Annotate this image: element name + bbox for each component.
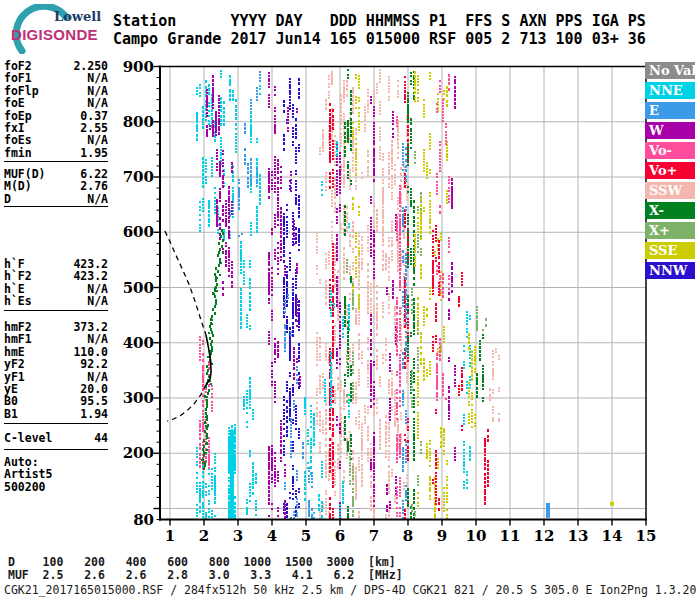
legend-item-NNE: NNE [645,82,695,99]
y-tick-label: 500 [123,279,154,297]
x-tick-label: 8 [403,527,413,545]
y-tick-label: 800 [123,113,154,131]
legend-item-X+: X+ [645,222,695,239]
footer-info: CGK21_2017165015000.RSF / 284fx512h 50 k… [4,583,696,597]
legend-item-E: E [645,102,695,119]
legend-item-X-: X- [645,202,695,219]
x-tick-label: 10 [466,527,487,545]
legend-item-SSE: SSE [645,242,695,259]
legend-item-SSW: SSW [645,182,695,199]
x-tick-label: 7 [369,527,379,545]
y-tick-label: 300 [123,389,154,407]
x-tick-label: 2 [199,527,209,545]
y-tick-label: 80 [133,511,154,529]
x-tick-label: 15 [636,527,657,545]
distance-row: D 100 200 400 600 800 1000 1500 3000 [km… [8,555,396,569]
legend-item-NoVal: No Val [645,62,695,79]
y-tick-label: 200 [123,444,154,462]
x-tick-label: 5 [301,527,311,545]
y-tick-label: 400 [123,334,154,352]
y-tick-label: 900 [123,58,154,76]
x-tick-label: 9 [437,527,447,545]
x-tick-label: 3 [233,527,243,545]
x-tick-label: 13 [568,527,589,545]
x-tick-label: 4 [267,527,277,545]
y-tick-label: 700 [123,168,154,186]
ionogram-plot: 1234567891011121314159008007006005004003… [0,0,700,600]
x-tick-label: 11 [500,527,521,545]
direction-legend: No ValNNEEWVo-Vo+SSWX-X+SSENNW [645,62,699,282]
legend-item-Vo+: Vo+ [645,162,695,179]
y-tick-label: 600 [123,223,154,241]
legend-item-Vo-: Vo- [645,142,695,159]
x-tick-label: 6 [335,527,345,545]
muf-row: MUF 2.5 2.6 2.6 2.8 3.0 3.3 4.1 6.2 [MHz… [8,568,403,582]
x-tick-label: 1 [165,527,175,545]
legend-item-W: W [645,122,695,139]
x-tick-label: 12 [534,527,555,545]
legend-item-NNW: NNW [645,262,695,279]
x-tick-label: 14 [602,527,623,545]
